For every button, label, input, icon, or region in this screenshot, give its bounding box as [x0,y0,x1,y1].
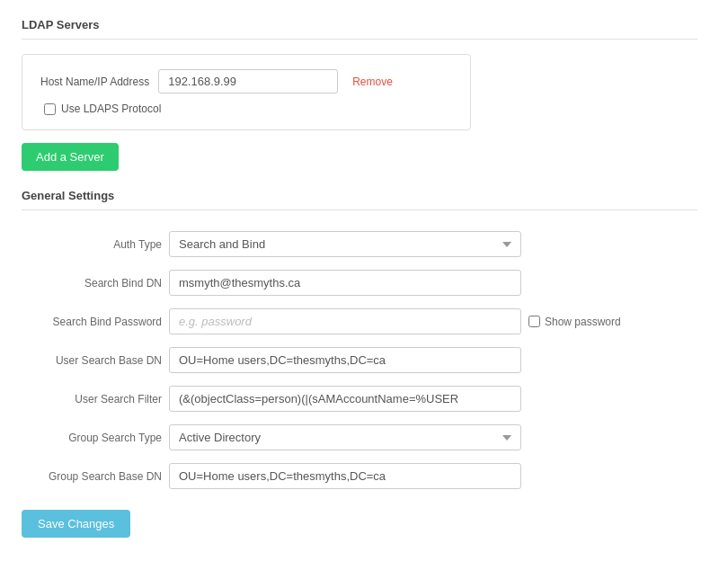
show-password-label: Show password [545,316,621,328]
remove-link[interactable]: Remove [352,76,393,88]
ldaps-label: Use LDAPS Protocol [61,102,161,115]
user-search-base-dn-label: User Search Base DN [22,341,165,379]
search-bind-password-label: Search Bind Password [22,302,165,341]
show-password-row: Show password [528,316,694,328]
show-password-checkbox[interactable] [528,316,540,327]
search-bind-dn-cell [165,263,525,302]
group-search-type-row: Group Search Type Active DirectoryPOSIX … [22,418,697,457]
settings-form: Auth Type Search and BindDirect BindSimp… [22,225,697,495]
ldap-servers-title: LDAP Servers [22,18,697,31]
auth-type-label: Auth Type [22,225,165,263]
server-host-row: Host Name/IP Address Remove [40,69,452,94]
user-search-filter-cell [165,379,525,418]
section-divider-1 [22,39,697,40]
user-search-base-dn-row: User Search Base DN [22,341,697,379]
search-bind-dn-input[interactable] [169,270,521,296]
add-server-button[interactable]: Add a Server [22,143,119,171]
group-search-base-dn-row: Group Search Base DN [22,457,697,495]
group-search-type-select[interactable]: Active DirectoryPOSIX GroupsMember DN [169,424,521,450]
search-bind-password-input[interactable] [169,308,521,334]
host-label: Host Name/IP Address [40,76,149,88]
group-search-base-dn-input[interactable] [169,463,521,489]
general-settings-section: General Settings Auth Type Search and Bi… [22,189,697,538]
ldaps-row: Use LDAPS Protocol [40,102,452,115]
section-divider-2 [22,209,697,210]
search-bind-dn-row: Search Bind DN [22,263,697,302]
auth-type-cell: Search and BindDirect BindSimple [165,225,525,263]
group-search-base-dn-cell [165,457,525,495]
ldaps-checkbox[interactable] [44,103,56,115]
auth-type-row: Auth Type Search and BindDirect BindSimp… [22,225,697,263]
user-search-filter-input[interactable] [169,386,521,412]
user-search-filter-row: User Search Filter [22,379,697,418]
user-search-base-dn-cell [165,341,525,379]
save-changes-button[interactable]: Save Changes [22,510,130,538]
user-search-base-dn-input[interactable] [169,347,521,373]
user-search-filter-label: User Search Filter [22,379,165,418]
search-bind-password-cell [165,302,525,341]
general-settings-title: General Settings [22,189,697,202]
ldap-servers-section: LDAP Servers Host Name/IP Address Remove… [22,18,697,189]
search-bind-dn-label: Search Bind DN [22,263,165,302]
group-search-base-dn-label: Group Search Base DN [22,457,165,495]
show-password-cell: Show password [525,302,697,341]
server-box: Host Name/IP Address Remove Use LDAPS Pr… [22,54,471,130]
group-search-type-label: Group Search Type [22,418,165,457]
auth-type-select[interactable]: Search and BindDirect BindSimple [169,231,521,257]
group-search-type-cell: Active DirectoryPOSIX GroupsMember DN [165,418,525,457]
host-input[interactable] [158,69,338,94]
search-bind-password-row: Search Bind Password Show password [22,302,697,341]
